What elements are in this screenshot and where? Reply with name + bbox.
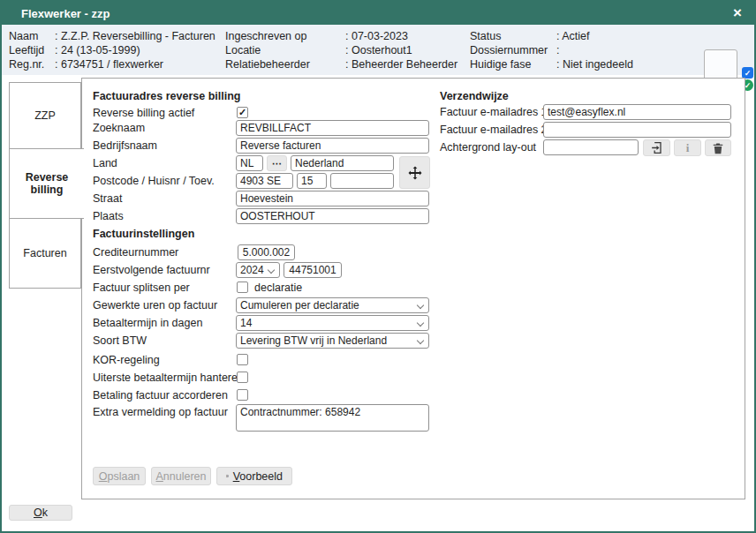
plaats-input[interactable] [236,208,429,224]
voorbeeld-button[interactable]: a Voorbeeld [216,467,292,485]
ingeschreven-value: 07-03-2023 [345,29,408,43]
flexworker-info-header: Naam Z.Z.P. Reversebilling - Facturen Le… [2,25,754,75]
achtergrond-info-button[interactable]: i [674,139,701,156]
factuurnr-jaar-select[interactable]: 2024 [236,262,280,278]
window-title: Flexwerker - zzp [21,7,110,20]
betaaltermijn-value: 14 [240,317,252,329]
preview-document-icon: a [226,470,229,482]
ingeschreven-label: Ingeschreven op [225,29,345,43]
chevron-down-icon [417,337,424,344]
achtergrond-layout-label: Achtergrond lay-out [440,139,536,155]
reverse-billing-actief-checkbox[interactable]: ✓ [237,107,248,118]
relatiebeheerder-value: Beheerder Beheerder [345,57,457,71]
email1-input[interactable] [543,104,731,120]
header-row-locatie: Locatie Oosterhout1 [225,43,457,57]
huidige-fase-label: Huidige fase [470,57,556,71]
gewerkte-uren-label: Gewerkte uren op factuur [93,297,217,313]
huisnr-input[interactable] [297,173,327,189]
address-move-button[interactable] [399,156,430,189]
section-title-factuurinstellingen: Factuurinstellingen [93,227,194,241]
header-row-huidige-fase: Huidige fase Niet ingedeeld [470,57,633,71]
factuurnr-jaar-value: 2024 [240,264,264,276]
chevron-down-icon [268,266,275,274]
trash-icon [712,142,724,154]
email2-input[interactable] [543,122,731,138]
tab-zzp-label: ZZP [19,109,72,122]
plaats-label: Plaats [93,208,124,224]
achtergrond-delete-button[interactable] [705,139,731,156]
reverse-billing-actief-label: Reverse billing actief [93,105,194,121]
crediteurnummer-label: Crediteurnummer [93,244,178,260]
land-label: Land [93,155,117,171]
tab-reverse-billing[interactable]: Reverse billing [9,148,84,219]
tab-zzp[interactable]: ZZP [9,82,81,149]
soort-btw-select[interactable]: Levering BTW vrij in Nederland [236,333,429,349]
annuleren-label: Annuleren [156,470,207,483]
header-row-dossiernummer: Dossiernummer [470,43,633,57]
betaaltermijn-select[interactable]: 14 [236,315,429,331]
header-column-1: Naam Z.Z.P. Reversebilling - Facturen Le… [9,29,215,71]
header-column-2: Ingeschreven op 07-03-2023 Locatie Ooste… [225,29,457,71]
info-icon: i [686,141,690,155]
ellipsis-icon: ⋯ [272,158,282,169]
uiterste-betaaltermijn-checkbox[interactable] [237,372,248,383]
import-document-icon [650,141,663,154]
header-row-ingeschreven: Ingeschreven op 07-03-2023 [225,29,457,43]
close-icon[interactable]: × [726,2,749,25]
postcode-label: Postcode / Huisnr / Toev. [93,173,215,189]
bedrijfsnaam-input[interactable] [236,138,429,154]
voorbeeld-label: Voorbeeld [233,470,283,483]
land-lookup-button[interactable]: ⋯ [267,155,287,171]
soort-btw-label: Soort BTW [93,333,147,349]
tab-facturen[interactable]: Facturen [9,218,81,289]
kor-regeling-checkbox[interactable] [237,354,248,365]
header-row-naam: Naam Z.Z.P. Reversebilling - Facturen [9,29,215,43]
extra-vermelding-label: Extra vermelding op factuur [93,404,228,420]
move-icon [407,165,423,181]
gewerkte-uren-select[interactable]: Cumuleren per declaratie [236,297,429,313]
extra-vermelding-textarea[interactable]: Contractnummer: 658942 [236,404,429,432]
opslaan-button[interactable]: Opslaan [93,467,146,485]
land-naam-input[interactable] [291,155,394,171]
leeftijd-label: Leeftijd [9,43,55,57]
huidige-fase-value: Niet ingedeeld [556,57,633,71]
naam-value: Z.Z.P. Reversebilling - Facturen [55,29,215,43]
betaling-accorderen-label: Betaling factuur accorderen [93,387,228,403]
kor-regeling-label: KOR-regeling [93,352,160,368]
zoeknaam-label: Zoeknaam [93,120,145,136]
dossiernummer-value [556,43,563,57]
betaling-accorderen-checkbox[interactable] [237,389,248,401]
header-row-status: Status Actief [470,29,633,43]
bedrijfsnaam-label: Bedrijfsnaam [93,138,157,154]
leeftijd-value: 24 (13-05-1999) [55,43,140,57]
locatie-label: Locatie [225,43,345,57]
dossiernummer-label: Dossiernummer [470,43,556,57]
opslaan-label: Opslaan [99,470,140,483]
land-code-input[interactable] [236,155,263,171]
header-column-3: Status Actief Dossiernummer Huidige fase… [470,29,633,71]
toevoeging-input[interactable] [330,173,394,189]
straat-input[interactable] [236,191,429,206]
achtergrond-import-button[interactable] [643,139,670,156]
status-value: Actief [556,29,590,43]
relatiebeheerder-label: Relatiebeheerder [225,57,345,71]
svg-text:a: a [227,476,228,477]
ok-button[interactable]: Ok [9,505,72,521]
ok-label: Ok [34,507,48,519]
section-title-verzendwijze: Verzendwijze [440,89,509,103]
soort-btw-value: Levering BTW vrij in Nederland [240,334,387,347]
annuleren-button[interactable]: Annuleren [151,467,211,485]
factuurnr-input[interactable] [284,262,342,278]
naam-label: Naam [9,29,55,43]
postcode-input[interactable] [236,173,293,189]
achtergrond-layout-input[interactable] [543,139,639,155]
tab-reverse-billing-label: Reverse billing [20,171,73,196]
zoeknaam-input[interactable] [236,120,429,136]
crediteurnummer-input[interactable] [238,244,295,260]
header-row-relatiebeheerder: Relatiebeheerder Beheerder Beheerder [225,57,457,71]
declaratie-option-label: declaratie [254,280,302,296]
section-title-factuuradres: Factuuradres reverse billing [93,89,240,103]
factuur-splitsen-checkbox[interactable] [237,282,248,293]
locatie-value: Oosterhout1 [345,43,412,57]
gewerkte-uren-value: Cumuleren per declaratie [240,299,359,312]
